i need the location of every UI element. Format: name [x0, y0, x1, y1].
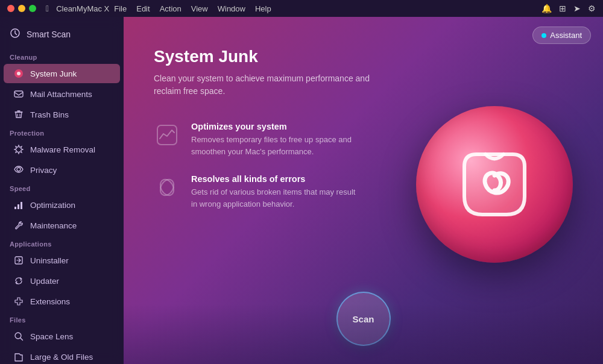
- large-files-icon: [13, 351, 24, 362]
- section-protection: Protection: [0, 125, 124, 139]
- space-lens-label: Space Lens: [30, 332, 73, 341]
- titlebar:  CleanMyMac X File Edit Action View Win…: [0, 0, 603, 17]
- sidebar-item-space-lens[interactable]: Space Lens: [4, 327, 120, 346]
- updater-icon: [13, 275, 24, 286]
- titlebar-left:  CleanMyMac X File Edit Action View Win…: [7, 4, 271, 13]
- page-title: System Junk: [154, 47, 573, 66]
- resolves-icon: [154, 174, 180, 201]
- titlebar-right: 🔔 ⊞ ➤ ⚙: [541, 4, 596, 13]
- uninstaller-icon: [13, 255, 24, 266]
- sidebar-item-extensions[interactable]: Extensions: [4, 292, 120, 311]
- svg-rect-10: [157, 125, 177, 145]
- main-layout: Smart Scan Cleanup System Junk Mail Atta…: [0, 17, 603, 364]
- menu-file[interactable]: File: [114, 4, 127, 13]
- optimizes-title: Optimizes your system: [191, 122, 360, 131]
- trash-icon: [13, 109, 24, 120]
- maintenance-icon: [13, 220, 24, 231]
- app-sphere: [416, 106, 573, 263]
- malware-removal-label: Malware Removal: [30, 145, 95, 154]
- titlebar-menu: File Edit Action View Window Help: [114, 4, 271, 13]
- mail-attachments-label: Mail Attachments: [30, 90, 92, 99]
- svg-point-3: [17, 168, 21, 171]
- content-area: Assistant System Junk Clean your system …: [124, 17, 603, 364]
- sidebar-item-uninstaller[interactable]: Uninstaller: [4, 251, 120, 270]
- minimize-button[interactable]: [18, 5, 25, 12]
- svg-point-8: [15, 333, 21, 339]
- maintenance-label: Maintenance: [30, 221, 77, 230]
- sidebar-item-privacy[interactable]: Privacy: [4, 160, 120, 180]
- assistant-dot: [541, 33, 546, 38]
- svg-rect-6: [21, 202, 22, 209]
- sidebar-item-malware-removal[interactable]: Malware Removal: [4, 140, 120, 159]
- section-files: Files: [0, 312, 124, 326]
- menu-window[interactable]: Window: [218, 4, 245, 13]
- sidebar-item-mail-attachments[interactable]: Mail Attachments: [4, 84, 120, 104]
- uninstaller-label: Uninstaller: [30, 256, 69, 265]
- maximize-button[interactable]: [29, 5, 36, 12]
- traffic-lights: [7, 5, 36, 12]
- resolves-text: Resolves all kinds of errors Gets rid of…: [191, 174, 360, 210]
- trash-bins-label: Trash Bins: [30, 110, 69, 119]
- sidebar-item-maintenance[interactable]: Maintenance: [4, 216, 120, 235]
- arrow-icon[interactable]: ➤: [573, 4, 581, 13]
- assistant-button[interactable]: Assistant: [532, 27, 591, 44]
- close-button[interactable]: [7, 5, 14, 12]
- section-cleanup: Cleanup: [0, 49, 124, 63]
- extensions-icon: [13, 296, 24, 307]
- menu-action[interactable]: Action: [160, 4, 182, 13]
- menu-view[interactable]: View: [191, 4, 208, 13]
- system-junk-icon: [13, 68, 24, 79]
- privacy-icon: [13, 165, 24, 175]
- section-applications: Applications: [0, 236, 124, 250]
- sidebar: Smart Scan Cleanup System Junk Mail Atta…: [0, 17, 124, 364]
- settings-icon[interactable]: ⚙: [588, 4, 596, 13]
- mail-icon: [13, 89, 24, 99]
- privacy-label: Privacy: [30, 166, 57, 175]
- svg-point-12: [157, 177, 176, 198]
- app-name: CleanMyMac X: [56, 4, 109, 13]
- sidebar-item-smart-scan[interactable]: Smart Scan: [0, 22, 124, 49]
- sidebar-item-optimization[interactable]: Optimization: [4, 195, 120, 215]
- sidebar-item-updater[interactable]: Updater: [4, 271, 120, 290]
- scan-button[interactable]: Scan: [336, 292, 391, 346]
- optimizes-icon: [154, 122, 180, 148]
- menu-help[interactable]: Help: [255, 4, 271, 13]
- optimizes-desc: Removes temporary files to free up space…: [191, 134, 360, 157]
- sphere-container: [416, 106, 585, 275]
- grid-icon[interactable]: ⊞: [559, 4, 566, 13]
- system-junk-label: System Junk: [30, 69, 77, 78]
- optimization-label: Optimization: [30, 201, 75, 210]
- smart-scan-label: Smart Scan: [27, 30, 71, 39]
- extensions-label: Extensions: [30, 297, 70, 306]
- svg-rect-5: [17, 204, 19, 209]
- page-subtitle: Clean your system to achieve maximum per…: [154, 72, 371, 98]
- large-old-files-label: Large & Old Files: [30, 353, 93, 362]
- sidebar-item-trash-bins[interactable]: Trash Bins: [4, 105, 120, 124]
- updater-label: Updater: [30, 277, 59, 286]
- optimizes-text: Optimizes your system Removes temporary …: [191, 122, 360, 157]
- space-lens-icon: [13, 331, 24, 342]
- section-speed: Speed: [0, 180, 124, 195]
- apple-icon: : [46, 4, 49, 13]
- scan-button-label: Scan: [353, 314, 374, 324]
- optimization-icon: [13, 199, 24, 210]
- sidebar-item-large-old-files[interactable]: Large & Old Files: [4, 347, 120, 364]
- assistant-label: Assistant: [550, 31, 582, 40]
- resolves-title: Resolves all kinds of errors: [191, 174, 360, 184]
- malware-icon: [13, 144, 24, 155]
- cmm-logo-icon: [452, 142, 537, 227]
- smart-scan-icon: [10, 28, 21, 40]
- notification-icon[interactable]: 🔔: [541, 4, 552, 13]
- svg-rect-2: [14, 91, 23, 97]
- sidebar-item-system-junk[interactable]: System Junk: [4, 64, 120, 83]
- scan-button-container: Scan: [336, 292, 391, 346]
- menu-edit[interactable]: Edit: [136, 4, 150, 13]
- resolves-desc: Gets rid of various broken items that ma…: [191, 186, 360, 210]
- svg-rect-4: [14, 207, 16, 209]
